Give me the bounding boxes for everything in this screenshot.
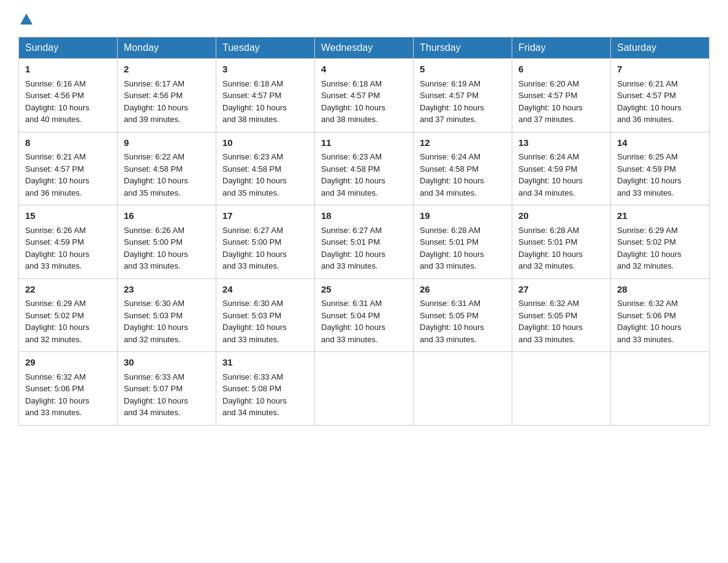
day-info: Sunrise: 6:30 AMSunset: 5:03 PMDaylight:…: [124, 299, 188, 344]
logo: [18, 12, 32, 26]
day-info: Sunrise: 6:19 AMSunset: 4:57 PMDaylight:…: [420, 79, 484, 124]
day-number: 1: [25, 63, 111, 77]
day-info: Sunrise: 6:21 AMSunset: 4:57 PMDaylight:…: [25, 152, 89, 197]
calendar-cell: 1 Sunrise: 6:16 AMSunset: 4:56 PMDayligh…: [19, 59, 118, 132]
day-number: 5: [420, 63, 506, 77]
calendar-cell: 19 Sunrise: 6:28 AMSunset: 5:01 PMDaylig…: [414, 205, 512, 279]
day-number: 8: [25, 136, 111, 150]
day-number: 13: [518, 136, 604, 150]
day-number: 14: [617, 136, 703, 150]
day-info: Sunrise: 6:31 AMSunset: 5:04 PMDaylight:…: [321, 299, 385, 344]
calendar-cell: 9 Sunrise: 6:22 AMSunset: 4:58 PMDayligh…: [118, 132, 216, 205]
calendar-cell: 6 Sunrise: 6:20 AMSunset: 4:57 PMDayligh…: [512, 59, 611, 132]
header-cell-wednesday: Wednesday: [315, 37, 414, 59]
day-info: Sunrise: 6:16 AMSunset: 4:56 PMDaylight:…: [25, 79, 89, 124]
day-info: Sunrise: 6:26 AMSunset: 5:00 PMDaylight:…: [124, 226, 188, 271]
day-info: Sunrise: 6:25 AMSunset: 4:59 PMDaylight:…: [617, 152, 681, 197]
day-info: Sunrise: 6:22 AMSunset: 4:58 PMDaylight:…: [124, 152, 188, 197]
calendar-cell: 3 Sunrise: 6:18 AMSunset: 4:57 PMDayligh…: [216, 59, 315, 132]
day-number: 28: [617, 283, 703, 297]
calendar-cell: 25 Sunrise: 6:31 AMSunset: 5:04 PMDaylig…: [315, 278, 414, 352]
week-row-4: 22 Sunrise: 6:29 AMSunset: 5:02 PMDaylig…: [19, 278, 710, 352]
day-info: Sunrise: 6:28 AMSunset: 5:01 PMDaylight:…: [420, 226, 484, 271]
day-number: 27: [518, 283, 604, 297]
day-number: 17: [222, 209, 308, 223]
header-row: SundayMondayTuesdayWednesdayThursdayFrid…: [19, 37, 710, 59]
week-row-5: 29 Sunrise: 6:32 AMSunset: 5:06 PMDaylig…: [19, 352, 710, 426]
calendar-cell: 14 Sunrise: 6:25 AMSunset: 4:59 PMDaylig…: [611, 132, 710, 205]
day-info: Sunrise: 6:32 AMSunset: 5:05 PMDaylight:…: [518, 299, 583, 344]
header-cell-friday: Friday: [512, 37, 611, 59]
calendar-cell: 12 Sunrise: 6:24 AMSunset: 4:58 PMDaylig…: [414, 132, 512, 205]
calendar-cell: 8 Sunrise: 6:21 AMSunset: 4:57 PMDayligh…: [19, 132, 118, 205]
calendar-cell: 10 Sunrise: 6:23 AMSunset: 4:58 PMDaylig…: [216, 132, 315, 205]
calendar-cell: 11 Sunrise: 6:23 AMSunset: 4:58 PMDaylig…: [315, 132, 414, 205]
svg-marker-0: [20, 13, 32, 25]
day-info: Sunrise: 6:27 AMSunset: 5:01 PMDaylight:…: [321, 226, 385, 271]
day-info: Sunrise: 6:17 AMSunset: 4:56 PMDaylight:…: [124, 79, 188, 124]
calendar-cell: 26 Sunrise: 6:31 AMSunset: 5:05 PMDaylig…: [414, 278, 512, 352]
day-info: Sunrise: 6:21 AMSunset: 4:57 PMDaylight:…: [617, 79, 681, 124]
day-info: Sunrise: 6:32 AMSunset: 5:06 PMDaylight:…: [25, 372, 89, 418]
day-number: 6: [518, 63, 604, 77]
day-info: Sunrise: 6:18 AMSunset: 4:57 PMDaylight:…: [321, 79, 385, 124]
day-info: Sunrise: 6:27 AMSunset: 5:00 PMDaylight:…: [222, 226, 287, 271]
calendar-table: SundayMondayTuesdayWednesdayThursdayFrid…: [18, 37, 710, 426]
calendar-cell: 20 Sunrise: 6:28 AMSunset: 5:01 PMDaylig…: [512, 205, 611, 279]
page-header: [18, 12, 710, 26]
calendar-cell: 18 Sunrise: 6:27 AMSunset: 5:01 PMDaylig…: [315, 205, 414, 279]
day-info: Sunrise: 6:33 AMSunset: 5:08 PMDaylight:…: [222, 372, 287, 418]
calendar-cell: [512, 352, 611, 426]
calendar-cell: [414, 352, 512, 426]
day-info: Sunrise: 6:29 AMSunset: 5:02 PMDaylight:…: [617, 226, 681, 271]
calendar-cell: 2 Sunrise: 6:17 AMSunset: 4:56 PMDayligh…: [118, 59, 216, 132]
day-info: Sunrise: 6:23 AMSunset: 4:58 PMDaylight:…: [222, 152, 287, 197]
calendar-cell: 17 Sunrise: 6:27 AMSunset: 5:00 PMDaylig…: [216, 205, 315, 279]
calendar-cell: 27 Sunrise: 6:32 AMSunset: 5:05 PMDaylig…: [512, 278, 611, 352]
calendar-cell: 21 Sunrise: 6:29 AMSunset: 5:02 PMDaylig…: [611, 205, 710, 279]
day-info: Sunrise: 6:32 AMSunset: 5:06 PMDaylight:…: [617, 299, 681, 344]
day-info: Sunrise: 6:23 AMSunset: 4:58 PMDaylight:…: [321, 152, 385, 197]
day-info: Sunrise: 6:20 AMSunset: 4:57 PMDaylight:…: [518, 79, 583, 124]
day-number: 15: [25, 209, 111, 223]
day-number: 12: [420, 136, 506, 150]
calendar-cell: 7 Sunrise: 6:21 AMSunset: 4:57 PMDayligh…: [611, 59, 710, 132]
calendar-cell: 29 Sunrise: 6:32 AMSunset: 5:06 PMDaylig…: [19, 352, 118, 426]
day-info: Sunrise: 6:29 AMSunset: 5:02 PMDaylight:…: [25, 299, 89, 344]
calendar-cell: 23 Sunrise: 6:30 AMSunset: 5:03 PMDaylig…: [118, 278, 216, 352]
week-row-1: 1 Sunrise: 6:16 AMSunset: 4:56 PMDayligh…: [19, 59, 710, 132]
header-cell-tuesday: Tuesday: [216, 37, 315, 59]
calendar-cell: 4 Sunrise: 6:18 AMSunset: 4:57 PMDayligh…: [315, 59, 414, 132]
week-row-3: 15 Sunrise: 6:26 AMSunset: 4:59 PMDaylig…: [19, 205, 710, 279]
calendar-cell: 5 Sunrise: 6:19 AMSunset: 4:57 PMDayligh…: [414, 59, 512, 132]
calendar-cell: 31 Sunrise: 6:33 AMSunset: 5:08 PMDaylig…: [216, 352, 315, 426]
day-number: 20: [518, 209, 604, 223]
day-number: 7: [617, 63, 703, 77]
calendar-cell: 16 Sunrise: 6:26 AMSunset: 5:00 PMDaylig…: [118, 205, 216, 279]
header-cell-monday: Monday: [118, 37, 216, 59]
calendar-cell: 15 Sunrise: 6:26 AMSunset: 4:59 PMDaylig…: [19, 205, 118, 279]
calendar-body: 1 Sunrise: 6:16 AMSunset: 4:56 PMDayligh…: [19, 59, 710, 426]
day-number: 31: [222, 356, 308, 370]
day-number: 21: [617, 209, 703, 223]
day-info: Sunrise: 6:24 AMSunset: 4:59 PMDaylight:…: [518, 152, 583, 197]
week-row-2: 8 Sunrise: 6:21 AMSunset: 4:57 PMDayligh…: [19, 132, 710, 205]
calendar-cell: [315, 352, 414, 426]
calendar-cell: 28 Sunrise: 6:32 AMSunset: 5:06 PMDaylig…: [611, 278, 710, 352]
logo-triangle-icon: [20, 13, 32, 26]
calendar-cell: [611, 352, 710, 426]
day-number: 18: [321, 209, 407, 223]
day-info: Sunrise: 6:18 AMSunset: 4:57 PMDaylight:…: [222, 79, 287, 124]
day-number: 16: [124, 209, 210, 223]
day-info: Sunrise: 6:24 AMSunset: 4:58 PMDaylight:…: [420, 152, 484, 197]
day-number: 9: [124, 136, 210, 150]
day-number: 22: [25, 283, 111, 297]
calendar-cell: 13 Sunrise: 6:24 AMSunset: 4:59 PMDaylig…: [512, 132, 611, 205]
day-info: Sunrise: 6:30 AMSunset: 5:03 PMDaylight:…: [222, 299, 287, 344]
header-cell-thursday: Thursday: [414, 37, 512, 59]
day-info: Sunrise: 6:31 AMSunset: 5:05 PMDaylight:…: [420, 299, 484, 344]
day-info: Sunrise: 6:33 AMSunset: 5:07 PMDaylight:…: [124, 372, 188, 418]
day-number: 3: [222, 63, 308, 77]
day-number: 19: [420, 209, 506, 223]
calendar-cell: 30 Sunrise: 6:33 AMSunset: 5:07 PMDaylig…: [118, 352, 216, 426]
